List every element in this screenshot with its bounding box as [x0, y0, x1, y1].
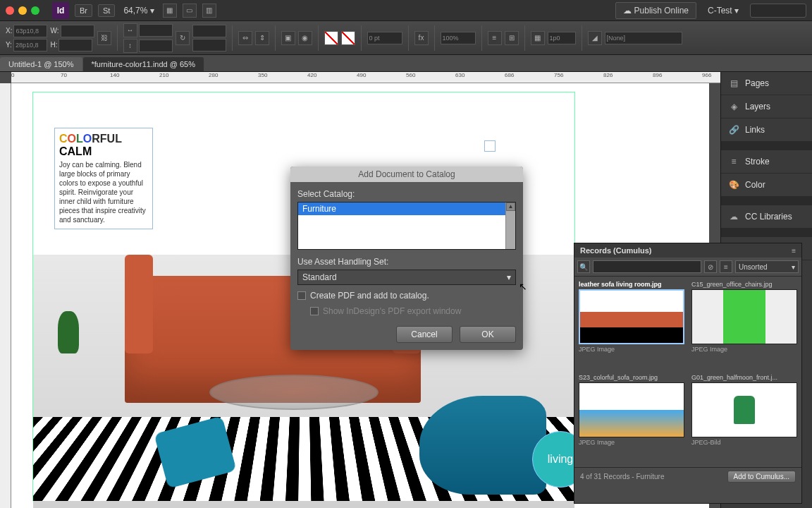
record-name: S23_colorful_sofa_room.jpg — [579, 374, 684, 381]
search-icon[interactable]: 🔍 — [577, 260, 590, 273]
panel-menu-icon[interactable]: ≡ — [792, 247, 796, 255]
text-wrap-icon[interactable]: ≡ — [488, 31, 502, 45]
app-logo: Id — [52, 2, 69, 19]
record-item[interactable]: G01_green_halfmoon_front.j...JPEG-Bild — [691, 374, 797, 463]
ruler-horizontal: 0701402102803504204905606306867568268969… — [11, 72, 720, 83]
ruler-tick: 0 — [11, 72, 14, 78]
create-pdf-label: Create PDF and add to catalog. — [310, 291, 429, 301]
select-container-icon[interactable]: ▣ — [281, 31, 295, 45]
stock-button[interactable]: St — [98, 4, 115, 17]
list-scrollbar[interactable]: ▲ — [505, 202, 515, 249]
maximize-window-button[interactable] — [31, 6, 39, 15]
stroke-panel-tab[interactable]: ≡Stroke — [721, 150, 812, 174]
scale-x-input[interactable] — [139, 24, 173, 37]
view-options-icon[interactable]: ▦ — [163, 4, 177, 18]
document-tab-2[interactable]: *furniture-color11.indd @ 65% — [83, 57, 204, 71]
ok-button[interactable]: OK — [460, 326, 516, 343]
arrange-icon[interactable]: ▥ — [202, 4, 216, 18]
frame-fitting-icon[interactable]: ▦ — [531, 31, 545, 45]
record-thumbnail[interactable] — [579, 382, 684, 437]
links-panel-tab[interactable]: 🔗Links — [721, 119, 812, 142]
cc-libraries-panel-tab[interactable]: ☁CC Libraries — [721, 205, 812, 229]
x-position-input[interactable] — [13, 25, 47, 37]
effects-icon[interactable]: fx — [414, 31, 429, 45]
flip-v-icon[interactable]: ⇕ — [255, 31, 269, 45]
filter-icon[interactable]: ≡ — [720, 260, 732, 273]
chevron-down-icon: ▾ — [792, 263, 795, 271]
select-catalog-label: Select Catalog: — [297, 189, 516, 199]
stroke-swatch[interactable] — [341, 31, 355, 45]
ruler-tick: 210 — [159, 72, 168, 78]
clear-search-icon[interactable]: ⊘ — [704, 260, 717, 273]
show-export-label: Show InDesign's PDF export window — [323, 306, 461, 316]
ruler-vertical — [0, 83, 11, 508]
search-input[interactable] — [750, 4, 806, 18]
asset-set-label: Use Asset Handling Set: — [297, 257, 516, 267]
record-type: JPEG-Bild — [691, 439, 797, 446]
record-thumbnail[interactable] — [579, 289, 684, 344]
headline-text-frame[interactable]: COLORFUL CALM Joy can be calming. Blend … — [54, 128, 153, 229]
inset-input[interactable] — [548, 32, 576, 44]
layers-panel-tab[interactable]: ◈Layers — [721, 95, 812, 119]
style-select[interactable] — [605, 32, 682, 44]
record-item[interactable]: S23_colorful_sofa_room.jpgJPEG Image — [579, 374, 684, 463]
align-icon[interactable]: ⊞ — [505, 31, 519, 45]
color-panel-tab[interactable]: 🎨Color — [721, 174, 812, 197]
catalog-list[interactable]: Furniture ▲ — [297, 202, 516, 250]
flip-h-icon[interactable]: ⇔ — [238, 31, 252, 45]
stroke-weight-input[interactable] — [367, 32, 402, 44]
record-name: C15_green_office_chairs.jpg — [691, 281, 797, 288]
scale-y-input[interactable] — [139, 40, 173, 52]
screen-mode-icon[interactable]: ▭ — [183, 4, 197, 18]
y-position-input[interactable] — [13, 39, 47, 52]
record-thumbnail[interactable] — [691, 382, 797, 437]
fill-swatch[interactable] — [324, 31, 338, 45]
width-input[interactable] — [61, 25, 94, 37]
shear-input[interactable] — [192, 39, 226, 52]
dialog-title: Add Document to Catalog — [290, 167, 523, 182]
height-input[interactable] — [59, 39, 92, 52]
constrain-icon[interactable]: ⛓ — [97, 31, 111, 45]
record-item[interactable]: leather sofa living room.jpgJPEG Image — [579, 281, 684, 370]
headline-char: L — [115, 133, 122, 145]
cancel-button[interactable]: Cancel — [396, 326, 453, 343]
records-panel-title: Records (Cumulus) — [580, 246, 651, 255]
chair-graphic — [419, 396, 546, 495]
scroll-up

-up-button[interactable]: ▲ — [506, 202, 515, 211]
records-search-input[interactable] — [593, 260, 701, 273]
empty-frame[interactable] — [484, 140, 496, 152]
asset-set-select[interactable]: Standard▾ — [297, 270, 516, 285]
bridge-button[interactable]: Br — [75, 4, 92, 17]
ruler-tick: 826 — [603, 72, 613, 78]
create-pdf-checkbox[interactable] — [297, 291, 306, 300]
table-graphic — [209, 375, 379, 410]
document-tab-1[interactable]: Untitled-1 @ 150% — [0, 57, 82, 71]
ruler-tick: 420 — [307, 72, 316, 78]
publish-online-button[interactable]: ☁ Publish Online — [615, 2, 696, 19]
record-thumbnail[interactable] — [691, 289, 797, 344]
minimize-window-button[interactable] — [18, 6, 27, 15]
add-to-cumulus-button[interactable]: Add to Cumulus... — [727, 471, 796, 483]
add-to-catalog-dialog: Add Document to Catalog Select Catalog: … — [290, 167, 523, 350]
ruler-tick: 686 — [505, 72, 514, 78]
headline-line2: CALM — [59, 145, 148, 158]
rotate-icon[interactable]: ↻ — [176, 31, 190, 45]
catalog-list-item[interactable]: Furniture — [298, 202, 515, 215]
headline-char: O — [68, 133, 76, 145]
corner-icon[interactable]: ◢ — [588, 31, 602, 45]
ruler-tick: 70 — [61, 72, 67, 78]
select-content-icon[interactable]: ◉ — [298, 31, 312, 45]
sort-select[interactable]: Unsorted▾ — [735, 260, 799, 273]
close-window-button[interactable] — [6, 6, 14, 15]
record-type: JPEG Image — [579, 346, 684, 353]
ruler-tick: 350 — [258, 72, 267, 78]
rotation-input[interactable] — [192, 25, 226, 37]
opacity-input[interactable] — [441, 32, 476, 44]
ruler-tick: 756 — [554, 72, 563, 78]
workspace-select[interactable]: C-Test ▾ — [702, 6, 744, 16]
record-item[interactable]: C15_green_office_chairs.jpgJPEG Image — [691, 281, 797, 370]
zoom-level-select[interactable]: 64,7% ▾ — [121, 6, 156, 16]
pages-panel-tab[interactable]: ▤Pages — [721, 72, 812, 95]
menu-bar: Id Br St 64,7% ▾ ▦ ▭ ▥ ☁ Publish Online … — [0, 0, 812, 21]
record-name: G01_green_halfmoon_front.j... — [691, 374, 797, 381]
